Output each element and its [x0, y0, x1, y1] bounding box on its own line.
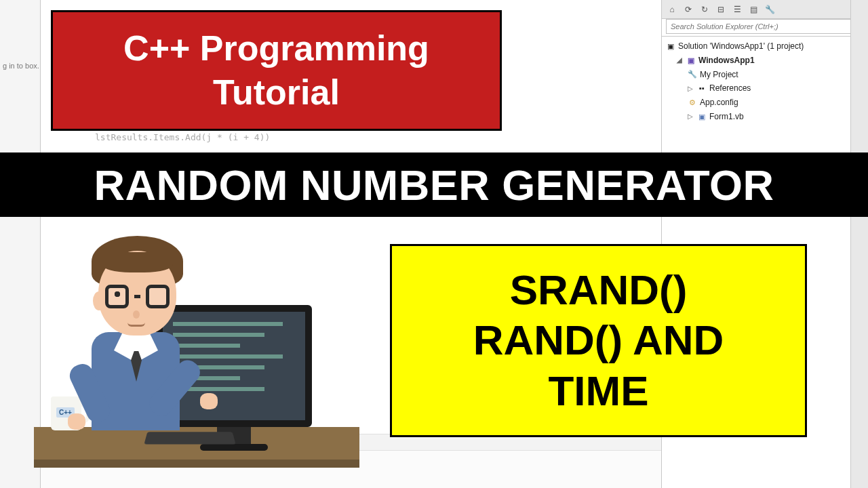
tree-solution[interactable]: ▣ Solution 'WindowsApp1' (1 project): [666, 39, 864, 54]
config-icon: ⚙: [688, 98, 697, 108]
monitor-base: [200, 444, 268, 451]
glasses: [105, 285, 170, 308]
collapse-icon[interactable]: ⊟: [715, 3, 727, 16]
tree-label: Solution 'WindowsApp1' (1 project): [678, 41, 804, 52]
subtitle-banner: RANDOM NUMBER GENERATOR: [0, 152, 868, 217]
hand-right: [200, 393, 218, 409]
glasses-bridge: [134, 295, 140, 298]
functions-box: SRAND() RAND() AND TIME: [390, 244, 807, 437]
keyboard: [144, 432, 235, 444]
wrench-icon[interactable]: 🔧: [764, 3, 776, 16]
func-line2: RAND() AND: [473, 315, 724, 365]
tree-label: My Project: [700, 69, 738, 81]
lens-right: [146, 285, 170, 308]
form-icon: ▣: [697, 112, 707, 121]
expand-icon[interactable]: ▷: [688, 112, 694, 121]
tree-label: App.config: [700, 97, 738, 108]
func-line3: TIME: [548, 366, 648, 416]
programmer-illustration: C++ C++: [27, 230, 366, 488]
nose: [133, 310, 140, 319]
tree-label: WindowsApp1: [698, 55, 755, 66]
subtitle-text: RANDOM NUMBER GENERATOR: [94, 161, 774, 209]
mouth: [127, 323, 145, 327]
title-line2: Tutorial: [213, 70, 340, 115]
expand-icon[interactable]: ◢: [677, 56, 684, 65]
code-line: [173, 322, 283, 326]
sync-icon[interactable]: ↻: [698, 3, 711, 16]
tree-form[interactable]: ▷ ▣ Form1.vb: [666, 110, 864, 124]
tree-references[interactable]: ▷ ▪▪ References: [666, 81, 864, 96]
hair-bangs: [102, 252, 173, 272]
hand-left: [68, 413, 85, 430]
code-line: [173, 344, 240, 348]
tree-project[interactable]: ◢ ▣ WindowsApp1: [666, 54, 864, 68]
solution-icon: ▣: [666, 41, 675, 51]
left-panel-text: g in to box.: [3, 61, 39, 70]
refresh-icon[interactable]: ⟳: [682, 3, 694, 16]
code-line: [173, 333, 264, 337]
explorer-toolbar: ⌂ ⟳ ↻ ⊟ ☰ ▤ 🔧: [662, 0, 868, 19]
eye: [115, 291, 120, 297]
show-all-icon[interactable]: ▤: [747, 3, 760, 16]
side-tab[interactable]: [850, 0, 868, 488]
solution-tree: ▣ Solution 'WindowsApp1' (1 project) ◢ ▣…: [662, 37, 868, 127]
title-banner: C++ Programming Tutorial: [51, 10, 502, 131]
func-line1: SRAND(): [510, 265, 688, 315]
vb-project-icon: ▣: [686, 56, 696, 65]
search-input[interactable]: [666, 19, 864, 34]
props-icon[interactable]: ☰: [731, 3, 743, 16]
tree-myproject[interactable]: 🔧 My Project: [666, 68, 864, 82]
title-line1: C++ Programming: [123, 26, 429, 70]
code-editor-snippet: lstResults.Items.Add(j * (i + 4)): [41, 132, 661, 152]
references-icon: ▪▪: [697, 84, 707, 94]
tree-appconfig[interactable]: ⚙ App.config: [666, 96, 864, 110]
tree-label: Form1.vb: [709, 111, 744, 123]
expand-icon[interactable]: ▷: [688, 84, 694, 94]
code-line: [173, 354, 283, 359]
wrench-icon: 🔧: [688, 70, 697, 79]
home-icon[interactable]: ⌂: [666, 3, 678, 16]
tree-label: References: [709, 83, 751, 94]
explorer-search: [662, 19, 868, 37]
